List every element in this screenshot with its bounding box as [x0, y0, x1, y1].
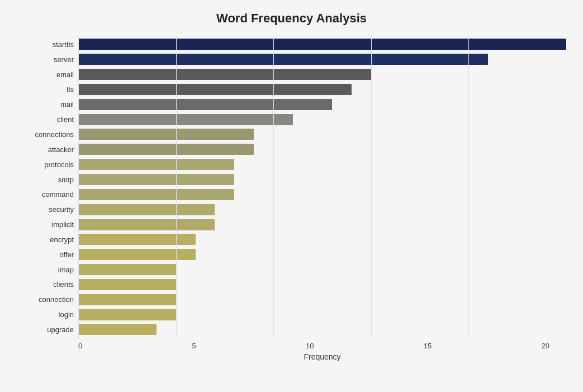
x-axis: 05101520: [78, 342, 549, 350]
chart-area: starttlsserveremailtlsmailclientconnecti…: [17, 36, 566, 338]
bar-row: [78, 323, 566, 336]
bar-row: [78, 128, 566, 140]
x-tick: 10: [306, 342, 314, 350]
bar: [78, 279, 176, 290]
bar: [78, 294, 176, 305]
bar: [78, 264, 176, 275]
bar-row: [78, 114, 566, 126]
x-tick: 20: [542, 342, 549, 350]
chart-title: Word Frequency Analysis: [17, 11, 566, 26]
bar: [78, 129, 254, 140]
y-label: command: [42, 191, 74, 198]
bar-row: [78, 83, 566, 96]
bar: [78, 324, 157, 335]
bar: [78, 159, 234, 170]
bar: [78, 69, 371, 80]
y-label: implicit: [51, 221, 74, 228]
bar: [78, 189, 234, 200]
bar: [78, 54, 488, 65]
x-axis-label: Frequency: [78, 352, 566, 361]
y-label: clients: [53, 281, 74, 288]
bar-row: [78, 143, 566, 155]
y-label: security: [49, 206, 74, 213]
bar-row: [78, 219, 566, 231]
bar-row: [78, 204, 566, 216]
bar-row: [78, 263, 566, 276]
bar-row: [78, 188, 566, 201]
x-tick: 15: [424, 342, 432, 350]
y-label: upgrade: [47, 326, 74, 333]
y-label: connections: [35, 131, 74, 138]
y-label: protocols: [44, 161, 74, 168]
bar: [78, 174, 234, 185]
bar: [78, 114, 293, 125]
bar-row: [78, 53, 566, 65]
bar: [78, 144, 254, 155]
y-label: connection: [39, 296, 74, 303]
y-label: email: [56, 71, 74, 78]
bar-row: [78, 173, 566, 186]
y-label: starttls: [53, 41, 74, 48]
bar: [78, 309, 176, 320]
y-label: imap: [58, 266, 74, 273]
bar-row: [78, 278, 566, 291]
y-label: mail: [60, 101, 74, 108]
x-tick: 5: [192, 342, 196, 350]
bar-row: [78, 68, 566, 81]
bar: [78, 204, 215, 215]
y-label: tls: [67, 86, 74, 93]
bar-row: [78, 309, 566, 321]
bar: [78, 99, 332, 110]
chart-container: Word Frequency Analysis starttlsserverem…: [0, 0, 583, 392]
y-label: encrypt: [50, 236, 74, 243]
y-label: smtp: [58, 176, 74, 183]
y-label: server: [54, 56, 74, 63]
bar-row: [78, 294, 566, 306]
bar-row: [78, 98, 566, 111]
y-label: login: [59, 311, 74, 318]
y-label: client: [57, 116, 74, 123]
bar: [78, 219, 215, 230]
bar-row: [78, 233, 566, 245]
y-label: offer: [59, 251, 74, 258]
bar: [78, 249, 196, 260]
x-tick: 0: [78, 342, 82, 350]
bar: [78, 39, 566, 50]
bar-row: [78, 248, 566, 261]
y-labels: starttlsserveremailtlsmailclientconnecti…: [17, 36, 78, 338]
bar-row: [78, 38, 566, 50]
bar-row: [78, 158, 566, 171]
bar: [78, 234, 196, 245]
y-label: attacker: [48, 146, 74, 153]
bars-area: [78, 36, 566, 338]
bar: [78, 84, 352, 95]
